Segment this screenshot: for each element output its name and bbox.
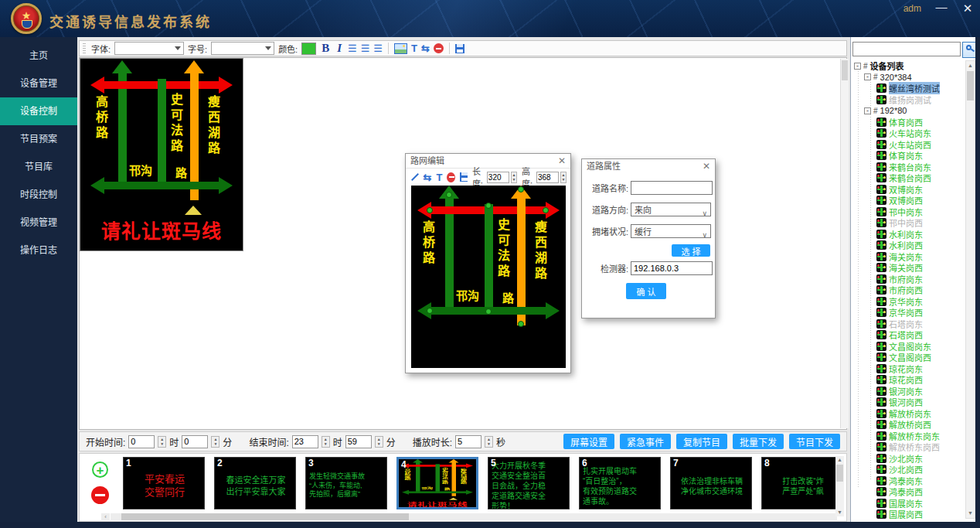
tree-root-label[interactable]: 设备列表 — [870, 60, 904, 72]
fit-width-icon[interactable]: ⇆ — [421, 43, 430, 54]
add-program-button[interactable]: + — [92, 462, 108, 478]
detector-input[interactable] — [631, 261, 713, 275]
batch-send-button[interactable]: 批量下发 — [733, 434, 784, 449]
device-search-input[interactable] — [852, 42, 961, 56]
device-item[interactable]: 市府岗东 — [852, 274, 965, 285]
scroll-left-arrow[interactable]: ‹ — [101, 513, 110, 520]
height-input[interactable] — [536, 172, 559, 183]
insert-text-icon[interactable]: T — [436, 172, 442, 183]
screen-settings-button[interactable]: 屏幕设置 — [563, 434, 614, 449]
device-item[interactable]: 水利岗东 — [852, 229, 965, 240]
device-item[interactable]: 国展岗西 — [852, 509, 965, 519]
sidebar-item-3[interactable]: 设备控制 — [0, 97, 77, 125]
device-item[interactable]: 琼花岗西 — [852, 374, 965, 386]
close-icon[interactable]: ✕ — [703, 161, 710, 172]
scroll-thumb[interactable] — [836, 465, 843, 482]
sidebar-item-2[interactable]: 设备管理 — [0, 70, 77, 97]
device-item[interactable]: 解放桥岗东 — [852, 408, 965, 420]
device-item[interactable]: 双博岗西 — [852, 195, 965, 206]
device-item[interactable]: 火车站岗西 — [852, 139, 965, 151]
playlist-hscrollbar[interactable]: ‹ — [111, 513, 837, 520]
length-stepper[interactable]: ▲▼ — [511, 172, 517, 183]
device-item[interactable]: 石塔岗西 — [852, 329, 965, 341]
device-item[interactable]: 海关岗西 — [852, 262, 965, 274]
end-hour-stepper[interactable]: ▲▼ — [322, 436, 330, 448]
bold-button[interactable]: B — [320, 42, 331, 55]
confirm-button[interactable]: 确 认 — [626, 283, 666, 299]
draw-line-icon[interactable] — [410, 172, 419, 182]
congestion-select[interactable]: 缓行 ∨ — [631, 224, 711, 238]
length-input[interactable] — [487, 172, 509, 183]
road-name-input[interactable] — [631, 181, 713, 195]
fontsize-select[interactable] — [211, 42, 274, 55]
device-item[interactable]: 鸿泰岗西 — [852, 486, 965, 498]
duration-input[interactable] — [455, 435, 481, 448]
sidebar-item-8[interactable]: 操作日志 — [0, 237, 77, 264]
remove-program-button[interactable] — [91, 486, 109, 504]
sidebar-item-6[interactable]: 时段控制 — [0, 181, 77, 209]
playlist-item-8[interactable]: 8打击改装“炸严查严处“飙 — [761, 457, 843, 509]
playlist-vscrollbar[interactable]: ▲ ▼ — [835, 456, 844, 516]
control-point[interactable] — [427, 207, 433, 213]
device-item[interactable]: 体育岗西 — [852, 117, 965, 128]
playlist-item-3[interactable]: 3发生轻微交通事故“人未伤，车能动,先拍照，后撤离” — [305, 457, 387, 509]
font-select[interactable] — [114, 42, 184, 55]
scroll-down-arrow[interactable]: ▼ — [835, 509, 844, 516]
device-item-label[interactable]: 维扬岗测试 — [889, 94, 931, 106]
playlist-item-5[interactable]: 5大力开展秋冬季交通安全整治百日会战，全力稳定道路交通安全形势！ — [488, 457, 570, 509]
device-item[interactable]: 双博岗东 — [852, 184, 965, 196]
device-item[interactable]: 文昌阁岗西 — [852, 352, 965, 363]
delete-icon[interactable] — [447, 172, 455, 182]
device-item[interactable]: 琼花岗东 — [852, 363, 965, 375]
toolbar-grip[interactable] — [83, 43, 86, 54]
scroll-down-arrow[interactable]: ▼ — [966, 509, 975, 518]
playlist-item-6[interactable]: 6扎实开展电动车“百日整治”，有效预防道路交通事故。 — [579, 457, 661, 509]
device-item[interactable]: 国展岗东 — [852, 498, 965, 509]
end-minute-input[interactable] — [345, 435, 372, 448]
save-icon[interactable] — [455, 44, 464, 53]
device-item[interactable]: 来鹤台岗东 — [852, 162, 965, 173]
device-item[interactable]: 体育岗东 — [852, 150, 965, 162]
align-center-icon[interactable]: ☰ — [361, 43, 370, 53]
control-point[interactable] — [446, 192, 452, 198]
scroll-thumb[interactable] — [121, 513, 409, 520]
control-point[interactable] — [518, 321, 524, 327]
sidebar-item-1[interactable]: 主页 — [0, 42, 77, 70]
scroll-up-arrow[interactable]: ▲ — [966, 61, 975, 70]
device-item[interactable]: 维扬岗测试 — [852, 94, 965, 106]
tree-group-label[interactable]: 192*80 — [880, 106, 907, 115]
minimize-icon[interactable]: — — [934, 0, 949, 13]
insert-image-icon[interactable] — [394, 43, 407, 54]
save-icon[interactable] — [460, 172, 468, 182]
device-item[interactable]: 解放桥岗西 — [852, 419, 965, 431]
collapse-icon[interactable]: - — [864, 107, 871, 114]
device-item[interactable]: 解放桥东岗西 — [852, 441, 965, 453]
device-item[interactable]: 京华岗东 — [852, 296, 965, 308]
device-item[interactable]: 沙北岗东 — [852, 453, 965, 465]
device-item-label[interactable]: 国展岗西 — [889, 508, 923, 519]
device-item[interactable]: 解放桥东岗东 — [852, 431, 965, 442]
control-point[interactable] — [543, 207, 549, 213]
device-item[interactable]: 邗中岗东 — [852, 206, 965, 218]
road-direction-icon[interactable]: ⇆ — [424, 172, 432, 183]
collapse-icon[interactable]: - — [864, 73, 871, 80]
align-left-icon[interactable]: ☰ — [348, 43, 357, 53]
start-hour-stepper[interactable]: ▲▼ — [158, 436, 166, 448]
device-item[interactable]: 银河岗东 — [852, 386, 965, 397]
start-hour-input[interactable] — [128, 435, 155, 448]
duration-stepper[interactable]: ▲▼ — [485, 436, 493, 448]
italic-button[interactable]: I — [335, 42, 344, 55]
device-item[interactable]: 石塔岗东 — [852, 319, 965, 330]
delete-icon[interactable] — [434, 43, 444, 53]
playlist-item-2[interactable]: 2春运安全连万家出行平安靠大家 — [214, 457, 296, 509]
device-item[interactable]: 银河岗西 — [852, 397, 965, 408]
end-hour-input[interactable] — [292, 435, 318, 448]
device-tree-scrollbar[interactable]: ▲ ▼ — [965, 60, 975, 519]
device-item[interactable]: 邗中岗西 — [852, 217, 965, 229]
insert-text-icon[interactable]: T — [411, 43, 417, 54]
scroll-up-arrow[interactable]: ▲ — [835, 456, 844, 464]
start-minute-input[interactable] — [182, 435, 208, 448]
align-right-icon[interactable]: ☰ — [373, 43, 383, 53]
scroll-thumb[interactable] — [967, 71, 974, 100]
emergency-event-button[interactable]: 紧急事件 — [620, 434, 671, 449]
